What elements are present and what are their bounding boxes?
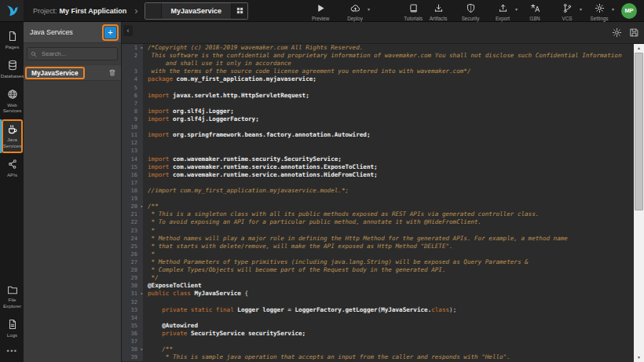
sidebar-item-label: Logs xyxy=(7,332,17,338)
sidebar-item-label: WebServices xyxy=(3,102,22,114)
code-line[interactable]: 27 * Method Parameters of type primitive… xyxy=(122,258,634,266)
preview-button[interactable]: Preview xyxy=(309,3,331,21)
grid-icon[interactable] xyxy=(231,3,247,19)
trash-icon[interactable] xyxy=(108,68,116,77)
code-line[interactable]: 32 xyxy=(122,298,634,306)
vertical-scrollbar[interactable]: ▲ ▼ xyxy=(634,44,644,362)
sidebar-item-web-services[interactable]: WebServices xyxy=(2,84,23,119)
sidebar-item-pages[interactable]: Pages xyxy=(2,26,23,54)
line-number: 13 xyxy=(122,147,143,155)
sidebar-item-logs[interactable]: Logs xyxy=(2,314,23,342)
magnifier-icon xyxy=(31,51,37,57)
code-line[interactable]: 23 * xyxy=(122,227,634,235)
code-line[interactable]: 34 xyxy=(122,314,634,322)
more-options-icon[interactable]: ••• xyxy=(2,343,23,359)
sidebar-item-file-explorer[interactable]: FileExplorer xyxy=(2,280,23,314)
editor-settings-gear-icon[interactable] xyxy=(612,27,622,38)
service-list-item[interactable]: MyJavaService xyxy=(24,64,121,81)
code-line[interactable]: 14import com.wavemaker.runtime.security.… xyxy=(122,155,634,163)
code-line[interactable]: 33 private static final Logger logger = … xyxy=(122,306,634,314)
code-line[interactable]: 7 xyxy=(122,100,634,108)
code-area[interactable]: 1▾/*Copyright (c) 2018-2019 wavemaker.co… xyxy=(122,44,634,362)
code-line[interactable]: 17 xyxy=(122,179,634,187)
service-name[interactable]: MyJavaService xyxy=(25,67,85,79)
code-text: import javax.servlet.http.HttpServletReq… xyxy=(143,92,634,100)
settings-button[interactable]: Settings▾ xyxy=(588,3,610,21)
code-line[interactable]: 21 * This is a singleton class with all … xyxy=(122,210,634,218)
fold-arrow-icon[interactable]: ▾ xyxy=(140,44,143,52)
code-text: * xyxy=(143,250,634,258)
artifacts-button[interactable]: Artifacts xyxy=(427,3,449,21)
code-line[interactable]: 2 This software is the confidential and … xyxy=(122,52,634,60)
code-line[interactable]: 15import com.wavemaker.runtime.service.a… xyxy=(122,163,634,171)
code-line[interactable]: 9import org.slf4j.LoggerFactory; xyxy=(122,115,634,123)
code-line[interactable]: 31▾public class MyJavaService { xyxy=(122,290,634,298)
code-line[interactable]: 29 */ xyxy=(122,274,634,282)
code-line[interactable]: 20▾/** xyxy=(122,203,634,210)
search-input[interactable] xyxy=(40,49,114,58)
line-number: 7 xyxy=(122,100,143,108)
security-button[interactable]: Security xyxy=(459,3,481,21)
caret-down-icon[interactable]: ▾ xyxy=(515,6,518,12)
sidebar-item-databases[interactable]: Databases xyxy=(2,55,23,83)
code-line[interactable]: 18//import com.my_first_application.myja… xyxy=(122,187,634,195)
coffee-icon xyxy=(7,124,18,135)
caret-down-icon[interactable]: ▾ xyxy=(368,6,370,12)
caret-down-icon[interactable]: ▾ xyxy=(612,6,614,12)
tab-myjavaservice[interactable]: MyJavaService xyxy=(145,2,249,20)
fold-arrow-icon[interactable]: ▾ xyxy=(140,203,143,210)
editor-toolbar: ‹ xyxy=(122,22,644,44)
code-line[interactable]: 39 * This is sample java operation that … xyxy=(122,353,634,361)
code-line[interactable]: 28 * Complex Types/Objects will become p… xyxy=(122,266,634,274)
code-text: * This is a singleton class with all its… xyxy=(143,210,634,218)
code-line[interactable]: 30@ExposeToClient xyxy=(122,282,634,290)
code-line[interactable]: 16import com.wavemaker.runtime.service.a… xyxy=(122,171,634,179)
export-button[interactable]: Export▾ xyxy=(492,3,514,21)
caret-down-icon[interactable]: ▾ xyxy=(580,6,582,12)
wavemaker-logo-icon[interactable] xyxy=(0,0,24,21)
code-line[interactable]: 1▾/*Copyright (c) 2018-2019 wavemaker.co… xyxy=(122,44,634,52)
code-line[interactable]: 13 xyxy=(122,147,634,155)
sidebar-item-apis[interactable]: APIs xyxy=(2,154,23,182)
vcs-button[interactable]: VCS▾ xyxy=(556,3,578,21)
code-line[interactable]: 19 xyxy=(122,195,634,203)
line-number: 39 xyxy=(122,353,143,361)
code-line[interactable]: 36 private SecurityService securityServi… xyxy=(122,330,634,338)
code-line[interactable]: 6import javax.servlet.http.HttpServletRe… xyxy=(122,92,634,100)
sidebar-item-java-services[interactable]: JavaServices xyxy=(2,119,23,154)
code-line[interactable]: 5 xyxy=(122,84,634,92)
code-line[interactable]: 22 * To avoid exposing an API for a part… xyxy=(122,218,634,226)
service-search[interactable] xyxy=(27,47,118,60)
code-line[interactable]: 11import org.springframework.beans.facto… xyxy=(122,131,634,139)
collapse-panel-button[interactable]: ‹ xyxy=(123,25,133,36)
topbar-actions-right: ArtifactsSecurityExport▾I18NVCS▾Settings… xyxy=(427,0,610,21)
code-line[interactable]: 35 @Autowired xyxy=(122,322,634,330)
tutorials-button[interactable]: Tutorials xyxy=(402,3,424,21)
code-line[interactable]: and shall use it only in accordance xyxy=(122,60,634,68)
scrollbar-thumb[interactable] xyxy=(635,53,643,210)
code-line[interactable]: 4package com.my_first_application.myjava… xyxy=(122,75,634,83)
add-service-button[interactable]: + xyxy=(104,27,116,38)
line-number: 5 xyxy=(122,84,143,92)
code-line[interactable]: 37 xyxy=(122,338,634,346)
preview-label: Preview xyxy=(312,16,329,21)
i18n-button[interactable]: I18N xyxy=(524,3,546,21)
scroll-down-button[interactable]: ▼ xyxy=(634,353,644,362)
code-line[interactable]: 3 with the terms of the source code lice… xyxy=(122,68,634,75)
deploy-button[interactable]: Deploy▾ xyxy=(344,3,366,21)
book-icon xyxy=(408,3,419,13)
avatar[interactable]: MP xyxy=(621,3,637,19)
code-line[interactable]: 8import org.slf4j.Logger; xyxy=(122,108,634,115)
fold-arrow-icon[interactable]: ▾ xyxy=(140,346,143,353)
code-line[interactable]: 38▾ /** xyxy=(122,346,634,353)
fold-arrow-icon[interactable]: ▾ xyxy=(140,290,143,298)
code-line[interactable]: 25 * that starts with delete/remove, wil… xyxy=(122,243,634,250)
code-text xyxy=(143,147,634,155)
scroll-up-button[interactable]: ▲ xyxy=(634,44,644,53)
code-line[interactable]: 12 xyxy=(122,139,634,147)
code-line[interactable]: 24 * Method names will play a major role… xyxy=(122,235,634,243)
topbar-actions-left: PreviewDeploy▾Tutorials xyxy=(309,0,424,21)
save-icon[interactable] xyxy=(629,27,639,38)
code-line[interactable]: 26 * xyxy=(122,250,634,258)
code-line[interactable]: 10 xyxy=(122,123,634,131)
